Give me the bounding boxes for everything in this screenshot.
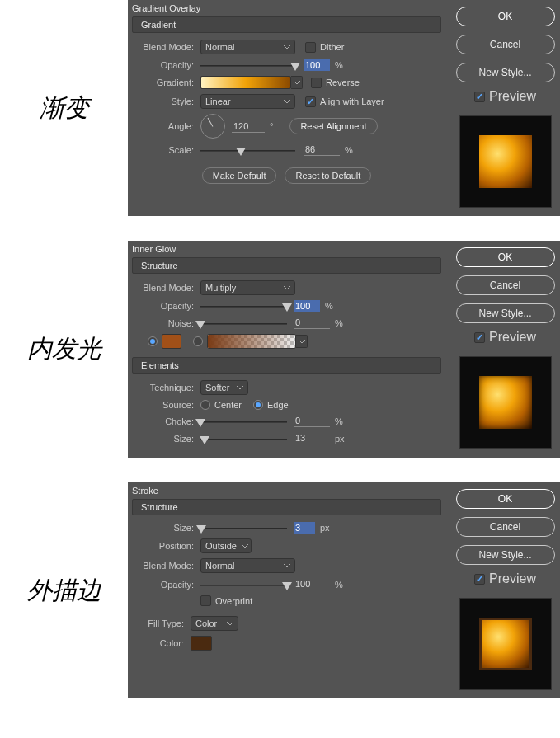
panel-title: Inner Glow — [128, 241, 445, 256]
opacity-input[interactable] — [294, 578, 330, 590]
ok-button[interactable]: OK — [456, 7, 555, 26]
ok-button[interactable]: OK — [456, 489, 555, 509]
side-panel: OK Cancel New Style... Preview — [445, 0, 560, 216]
new-style-button[interactable]: New Style... — [456, 63, 555, 82]
cancel-button[interactable]: Cancel — [456, 275, 555, 295]
opacity-slider[interactable] — [200, 579, 287, 590]
preview-swatch — [479, 376, 532, 429]
source-center-radio[interactable] — [200, 400, 210, 410]
cn-label-inner-glow: 内发光 — [0, 241, 128, 458]
scale-slider[interactable] — [200, 144, 295, 156]
blend-mode-select[interactable]: Normal — [200, 40, 295, 54]
size-unit: px — [335, 434, 345, 444]
noise-slider[interactable] — [200, 317, 287, 329]
choke-input[interactable] — [294, 415, 330, 427]
preview-label: Preview — [489, 330, 536, 345]
fill-type-select[interactable]: Color — [191, 616, 238, 631]
ok-button[interactable]: OK — [456, 247, 555, 267]
overprint-checkbox[interactable] — [200, 595, 211, 606]
noise-input[interactable] — [294, 317, 330, 329]
align-label: Align with Layer — [320, 96, 384, 106]
opacity-input[interactable] — [294, 300, 320, 312]
side-panel: OK Cancel New Style... Preview — [445, 482, 560, 698]
section-elements: Elements — [132, 357, 441, 374]
make-default-button[interactable]: Make Default — [202, 167, 277, 184]
chevron-down-icon — [284, 562, 290, 569]
opacity-unit: % — [335, 60, 343, 70]
gradient-picker-dropdown[interactable] — [291, 76, 303, 89]
stroke-color-swatch[interactable] — [191, 636, 212, 651]
size-label: Size: — [136, 434, 194, 444]
chevron-down-icon — [237, 384, 243, 391]
choke-unit: % — [335, 416, 343, 426]
chevron-down-icon — [284, 98, 290, 105]
noise-unit: % — [335, 318, 343, 328]
stroke-panel: Stroke Structure Size: px Position: Outs… — [128, 482, 445, 698]
opacity-label: Opacity: — [136, 60, 194, 70]
style-select[interactable]: Linear — [200, 94, 295, 109]
size-label: Size: — [136, 523, 194, 533]
size-slider[interactable] — [200, 522, 287, 534]
chevron-down-icon — [227, 620, 233, 627]
edge-label: Edge — [267, 400, 289, 410]
style-label: Style: — [136, 96, 194, 106]
cancel-button[interactable]: Cancel — [456, 35, 555, 54]
position-label: Position: — [136, 541, 194, 551]
angle-input[interactable] — [232, 120, 265, 133]
opacity-slider[interactable] — [200, 59, 295, 71]
preview-box — [459, 356, 552, 449]
section-gradient: Gradient — [132, 16, 441, 33]
reset-alignment-button[interactable]: Reset Alignment — [289, 118, 377, 134]
reset-to-default-button[interactable]: Reset to Default — [285, 167, 371, 184]
size-input[interactable] — [294, 522, 315, 534]
blend-mode-select[interactable]: Normal — [200, 558, 295, 573]
new-style-button[interactable]: New Style... — [456, 545, 555, 565]
gradient-swatch[interactable] — [200, 76, 291, 89]
position-select[interactable]: Outside — [200, 538, 252, 553]
side-panel: OK Cancel New Style... Preview — [445, 241, 560, 458]
gradient-radio[interactable] — [193, 336, 203, 346]
opacity-label: Opacity: — [136, 301, 194, 311]
inner-glow-panel: Inner Glow Structure Blend Mode: Multipl… — [128, 241, 445, 458]
preview-checkbox[interactable] — [474, 92, 485, 102]
reverse-label: Reverse — [326, 78, 360, 87]
opacity-unit: % — [325, 301, 333, 311]
glow-color-swatch[interactable] — [162, 334, 181, 349]
opacity-label: Opacity: — [136, 580, 194, 590]
blend-mode-select[interactable]: Multiply — [200, 280, 295, 295]
center-label: Center — [214, 400, 242, 410]
blend-mode-label: Blend Mode: — [136, 283, 194, 293]
chevron-down-icon — [284, 284, 290, 291]
glow-gradient-swatch[interactable] — [207, 334, 296, 349]
scale-input[interactable] — [304, 143, 340, 156]
gradient-label: Gradient: — [136, 78, 194, 87]
technique-select[interactable]: Softer — [200, 380, 248, 395]
scale-label: Scale: — [136, 145, 194, 155]
technique-label: Technique: — [136, 383, 194, 393]
dither-label: Dither — [320, 42, 344, 52]
choke-slider[interactable] — [200, 416, 287, 427]
cancel-button[interactable]: Cancel — [456, 517, 555, 537]
opacity-unit: % — [335, 580, 343, 590]
reverse-checkbox[interactable] — [311, 78, 322, 88]
source-edge-radio[interactable] — [253, 400, 263, 410]
new-style-button[interactable]: New Style... — [456, 303, 555, 323]
preview-label: Preview — [489, 89, 536, 104]
section-structure: Structure — [132, 257, 441, 274]
dither-checkbox[interactable] — [305, 42, 316, 53]
align-checkbox[interactable] — [305, 96, 316, 107]
section-structure: Structure — [132, 499, 441, 515]
glow-gradient-dropdown[interactable] — [296, 335, 308, 348]
opacity-input[interactable] — [304, 59, 330, 71]
size-slider[interactable] — [200, 433, 287, 444]
preview-label: Preview — [489, 571, 536, 586]
solid-color-radio[interactable] — [148, 336, 158, 346]
angle-dial[interactable] — [200, 114, 225, 139]
preview-box — [459, 598, 552, 690]
opacity-slider[interactable] — [200, 300, 287, 312]
chevron-down-icon — [242, 543, 248, 549]
fill-type-label: Fill Type: — [136, 618, 184, 628]
preview-checkbox[interactable] — [474, 574, 485, 585]
preview-checkbox[interactable] — [474, 332, 485, 343]
size-input[interactable] — [294, 432, 330, 444]
